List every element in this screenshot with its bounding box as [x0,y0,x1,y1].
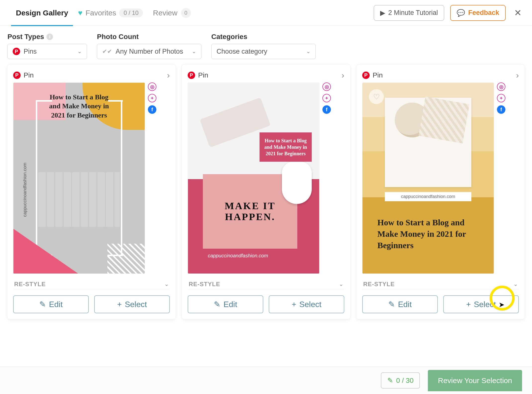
feedback-button[interactable]: 💬 Feedback [450,5,506,21]
next-card-button[interactable]: › [516,70,519,80]
plus-icon: + [466,300,471,309]
next-card-button[interactable]: › [167,70,170,80]
select-label: Select [125,300,147,309]
next-card-button[interactable]: › [342,70,344,80]
tab-label: Review [153,9,177,17]
pencil-icon: ✎ [387,376,393,385]
add-icon[interactable]: + [497,94,505,102]
pinterest-icon: P [13,72,21,79]
label-text: Post Types [7,33,44,41]
select-button[interactable]: +Select [94,295,170,313]
photo-count-select[interactable]: ✔✔ Any Number of Photos ⌄ [97,44,201,59]
add-icon[interactable]: + [322,94,331,102]
filter-label: Photo Count [97,33,201,41]
card-header: P Pin [362,71,383,79]
chevron-down-icon: ⌄ [339,281,343,287]
select-label: Select [299,300,321,309]
edit-label: Edit [223,300,237,309]
pin-label: Pin [24,71,34,79]
tab-label: Design Gallery [16,9,68,17]
tab-review[interactable]: Review 0 [148,0,196,26]
edit-button[interactable]: ✎Edit [188,295,263,313]
bottom-bar: ✎ 0 / 30 Review Your Selection [0,367,532,394]
check-icon: ✔✔ [102,48,112,55]
restyle-row[interactable]: RE-STYLE ⌄ [362,279,519,290]
edit-button[interactable]: ✎Edit [13,295,89,313]
restyle-row[interactable]: RE-STYLE ⌄ [188,279,344,290]
pin-preview[interactable]: ♡ cappuccinoandfashion.com How to Start … [362,82,494,274]
tab-favorites[interactable]: ♥ Favorites 0 / 10 [73,0,148,26]
pin-preview[interactable]: How to Start a Blog and Make Money in 20… [13,82,145,274]
plus-icon: + [117,300,122,309]
instagram-icon[interactable]: ◎ [148,82,156,91]
chevron-down-icon: ⌄ [77,48,82,55]
review-count-pill: 0 [181,8,191,18]
categories-select[interactable]: Choose category ⌄ [211,44,316,59]
info-icon[interactable]: i [46,34,53,40]
tab-design-gallery[interactable]: Design Gallery [11,0,73,26]
favorite-heart-icon[interactable]: ♡ [369,89,384,104]
instagram-icon[interactable]: ◎ [497,82,505,91]
instagram-icon[interactable]: ◎ [322,82,331,91]
selection-counter: ✎ 0 / 30 [381,372,420,389]
edit-button[interactable]: ✎Edit [362,295,438,313]
design-card: P Pin › How to Start a Blog and Make Mon… [181,64,351,319]
chevron-down-icon: ⌄ [192,48,196,55]
review-selection-button[interactable]: Review Your Selection [428,370,522,391]
preview-title: How to Start a Blog and Make Money in 20… [377,217,479,251]
select-value: Pins [24,48,37,55]
restyle-row[interactable]: RE-STYLE ⌄ [13,279,170,290]
restyle-label: RE-STYLE [363,281,395,288]
preview-url: cappuccinoandfashion.com [22,163,28,217]
tutorial-button[interactable]: ▶ 2 Minute Tutorial [374,5,444,21]
facebook-icon[interactable]: f [322,105,331,114]
pinterest-icon: P [188,72,195,79]
post-types-select[interactable]: P Pins ⌄ [7,44,87,59]
facebook-icon[interactable]: f [497,105,505,114]
pinterest-icon: P [362,72,370,79]
play-icon: ▶ [380,9,385,17]
facebook-icon[interactable]: f [148,105,156,114]
pin-preview[interactable]: How to Start a Blog and Make Money in 20… [188,82,319,274]
card-header: P Pin [188,71,208,79]
share-column: ◎ + f [148,82,156,274]
select-value: Any Number of Photos [116,48,183,55]
preview-url: cappuccinoandfashion.com [208,253,268,259]
feedback-label: Feedback [468,9,499,17]
filter-label: Post Types i [7,33,87,41]
chevron-down-icon: ⌄ [513,281,518,287]
top-tab-bar: Design Gallery ♥ Favorites 0 / 10 Review… [0,0,532,26]
filter-label: Categories [211,33,316,41]
close-button[interactable]: ✕ [512,8,524,18]
chevron-down-icon: ⌄ [164,281,169,287]
counter-text: 0 / 30 [396,377,413,385]
add-icon[interactable]: + [148,94,156,102]
pencil-icon: ✎ [214,300,221,309]
tutorial-label: 2 Minute Tutorial [388,9,438,17]
pencil-icon: ✎ [39,300,46,309]
select-label: Select [474,300,496,309]
restyle-label: RE-STYLE [14,281,46,288]
select-button[interactable]: +Select [269,295,344,313]
plus-icon: + [292,300,296,309]
pin-label: Pin [198,71,208,79]
edit-label: Edit [49,300,63,309]
design-card: P Pin › ♡ cappuccinoandfashion.com How t… [356,64,525,319]
design-card: P Pin › How to Start a Blog and Make Mon… [7,64,176,319]
preview-badge: How to Start a Blog and Make Money in 20… [260,132,312,162]
heart-icon: ♥ [78,9,83,17]
card-header: P Pin [13,71,34,79]
chevron-down-icon: ⌄ [306,48,310,55]
filter-bar: Post Types i P Pins ⌄ Photo Count ✔✔ Any… [0,26,532,64]
filter-post-types: Post Types i P Pins ⌄ [7,33,87,59]
select-button[interactable]: +Select [443,295,519,313]
filter-photo-count: Photo Count ✔✔ Any Number of Photos ⌄ [97,33,201,59]
share-column: ◎ + f [322,82,331,274]
tab-label: Favorites [86,9,116,17]
topbar-right: ▶ 2 Minute Tutorial 💬 Feedback ✕ [374,5,524,21]
edit-label: Edit [398,300,412,309]
favorites-count-pill: 0 / 10 [119,8,143,17]
gallery-row: P Pin › How to Start a Blog and Make Mon… [0,64,532,319]
share-column: ◎ + f [497,82,505,274]
restyle-label: RE-STYLE [189,281,220,288]
